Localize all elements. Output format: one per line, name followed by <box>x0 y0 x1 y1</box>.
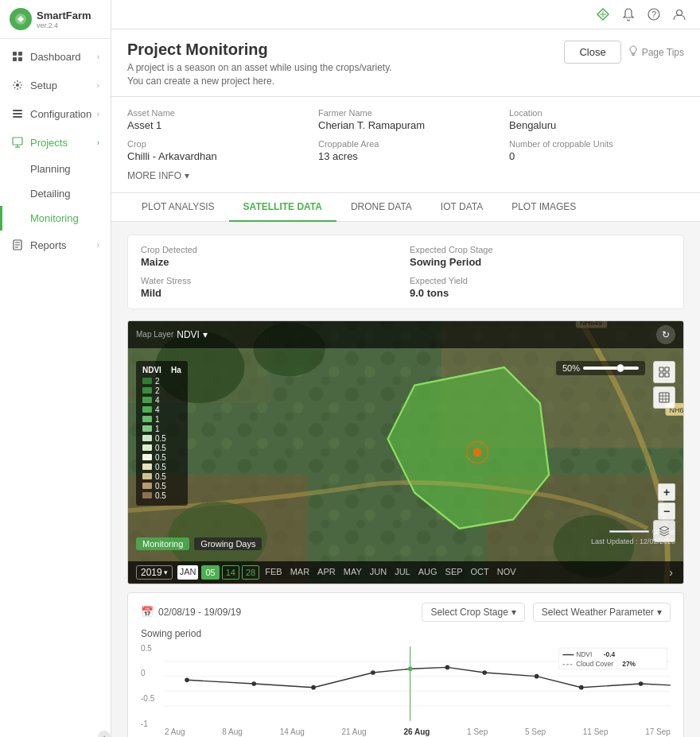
user-icon[interactable] <box>671 6 687 22</box>
svg-rect-9 <box>13 138 22 145</box>
chart-y-neg1: -1 <box>141 720 154 728</box>
chart-y-0.5: 0.5 <box>141 644 154 653</box>
chart-y-0: 0 <box>141 669 154 677</box>
croppable-area-value: 13 acres <box>318 150 493 162</box>
weather-parameter-selector[interactable]: Select Weather Parameter ▾ <box>533 603 671 622</box>
map-tags: Monitoring Growing Days <box>136 537 262 550</box>
timeline-month-aug[interactable]: AUG <box>416 565 440 580</box>
croppable-area-label: Croppable Area <box>318 139 493 149</box>
tab-satellite-data[interactable]: SATELLITE DATA <box>229 193 336 222</box>
map-layers-overlay-button[interactable] <box>653 520 675 542</box>
svg-rect-39 <box>665 367 669 371</box>
map-layers-button[interactable] <box>653 361 675 383</box>
timeline-month-apr[interactable]: APR <box>315 565 338 580</box>
tab-plot-analysis[interactable]: PLOT ANALYSIS <box>127 193 229 222</box>
ndvi-legend: NDVI Ha 2 2 4 4 1 1 0.5 0.5 0.5 0.5 0.5 … <box>136 361 188 506</box>
svg-text:NDVI: NDVI <box>576 650 592 658</box>
ndvi-legend-header-ndvi: NDVI <box>142 366 161 374</box>
timeline-year-selector[interactable]: 2019 ▾ <box>136 565 173 580</box>
timeline-month-jan[interactable]: JAN <box>177 565 199 580</box>
zoom-in-button[interactable]: + <box>658 483 675 501</box>
asset-name-value: Asset 1 <box>127 119 302 131</box>
timeline-month-sep[interactable]: SEP <box>443 565 465 580</box>
crop-stage-selector[interactable]: Select Crop Stage ▾ <box>422 603 524 622</box>
svg-rect-3 <box>13 57 17 61</box>
timeline-month-may[interactable]: MAY <box>341 565 364 580</box>
tab-plot-images[interactable]: PLOT IMAGES <box>497 193 590 222</box>
asset-name-field: Asset Name Asset 1 <box>127 108 302 131</box>
sidebar-item-detailing[interactable]: Detailing <box>0 181 111 206</box>
map-image: NH649 NH648 NH648 NDVI Ha <box>128 321 683 584</box>
water-stress-value: Mild <box>141 287 402 299</box>
sidebar-item-setup[interactable]: Setup › <box>0 71 111 99</box>
timeline-month-nov[interactable]: NOV <box>495 565 519 580</box>
page-header-actions: Close Page Tips <box>564 41 684 64</box>
location-label: Location <box>509 108 684 118</box>
chart-svg: NDVI -0.4 Cloud Cover 27% <box>165 644 671 723</box>
timeline-month-feb[interactable]: FEB <box>262 565 284 580</box>
ndvi-legend-header-ha: Ha <box>171 366 181 374</box>
svg-point-56 <box>579 685 584 689</box>
diamond-icon[interactable] <box>595 6 611 22</box>
map-grid-button[interactable] <box>653 386 675 409</box>
timeline-month-jul[interactable]: JUL <box>392 565 413 580</box>
svg-point-48 <box>185 677 189 682</box>
timeline-day-05[interactable]: 05 <box>201 565 219 580</box>
sidebar-item-configuration[interactable]: Configuration › <box>0 99 111 128</box>
chart-x-5sep: 5 Sep <box>525 727 546 737</box>
map-controls-right <box>653 361 675 409</box>
bell-icon[interactable] <box>620 6 636 22</box>
zoom-out-button[interactable]: − <box>658 502 675 520</box>
app-version: ver.2.4 <box>37 21 91 29</box>
sidebar-item-dashboard[interactable]: Dashboard › <box>0 42 111 71</box>
croppable-units-value: 0 <box>509 150 684 162</box>
timeline-next-button[interactable]: › <box>667 566 675 579</box>
crop-detected-label: Crop Detected <box>141 245 402 254</box>
chart-x-2aug: 2 Aug <box>165 727 185 737</box>
more-info-button[interactable]: MORE INFO ▾ <box>127 170 684 181</box>
chevron-down-icon: ▾ <box>185 170 189 181</box>
chart-period-label: Sowing period <box>141 628 671 639</box>
sidebar-item-monitoring[interactable]: Monitoring <box>0 206 111 231</box>
svg-rect-1 <box>13 52 17 56</box>
tab-iot-data[interactable]: IOT DATA <box>426 193 497 222</box>
sidebar-collapse-button[interactable]: ‹ <box>98 731 111 737</box>
svg-text:27%: 27% <box>622 660 636 668</box>
projects-label: Projects <box>30 137 68 149</box>
chart-x-21aug: 21 Aug <box>342 727 367 737</box>
chart-x-8aug: 8 Aug <box>222 727 243 737</box>
svg-point-51 <box>371 670 375 675</box>
chart-section: 📅 02/08/19 - 19/09/19 Select Crop Stage … <box>127 592 684 737</box>
timeline: 2019 ▾ JAN 05 14 28 FEB MAR APR MAY JUN … <box>128 561 683 584</box>
timeline-month-oct[interactable]: OCT <box>469 565 492 580</box>
sidebar-item-projects[interactable]: Projects › <box>0 128 111 157</box>
svg-rect-6 <box>13 110 22 111</box>
close-button[interactable]: Close <box>564 41 620 64</box>
svg-point-54 <box>482 670 487 675</box>
map-refresh-button[interactable]: ↻ <box>656 325 675 344</box>
page-tips-button[interactable]: Page Tips <box>628 45 684 59</box>
timeline-year-value: 2019 <box>141 567 162 578</box>
farmer-name-field: Farmer Name Cherian T. Ramapuram <box>318 108 493 131</box>
sidebar-item-reports[interactable]: Reports › <box>0 231 111 259</box>
lightbulb-icon <box>628 45 639 59</box>
timeline-day-28[interactable]: 28 <box>242 565 259 580</box>
timeline-day-14[interactable]: 14 <box>222 565 239 580</box>
sidebar-navigation: Dashboard › Setup › <box>0 39 111 713</box>
chevron-down-icon: ▾ <box>657 607 662 618</box>
tab-drone-data[interactable]: DRONE DATA <box>336 193 426 222</box>
map-layer-selector[interactable]: Map Layer NDVI ▾ <box>136 329 208 340</box>
help-icon[interactable]: ? <box>646 6 662 22</box>
page-tips-label: Page Tips <box>642 47 684 58</box>
settings-icon <box>11 79 24 91</box>
page-title: Project Monitoring <box>127 41 392 59</box>
calendar-icon: 📅 <box>141 606 154 618</box>
timeline-month-jun[interactable]: JUN <box>368 565 389 580</box>
water-stress-field: Water Stress Mild <box>141 276 402 299</box>
farmer-name-value: Cherian T. Ramapuram <box>318 119 493 131</box>
timeline-month-mar[interactable]: MAR <box>288 565 312 580</box>
app-name: SmartFarm <box>37 10 91 21</box>
sidebar-item-planning[interactable]: Planning <box>0 157 111 181</box>
chevron-down-icon: ▾ <box>164 568 168 576</box>
opacity-slider[interactable] <box>583 367 639 370</box>
